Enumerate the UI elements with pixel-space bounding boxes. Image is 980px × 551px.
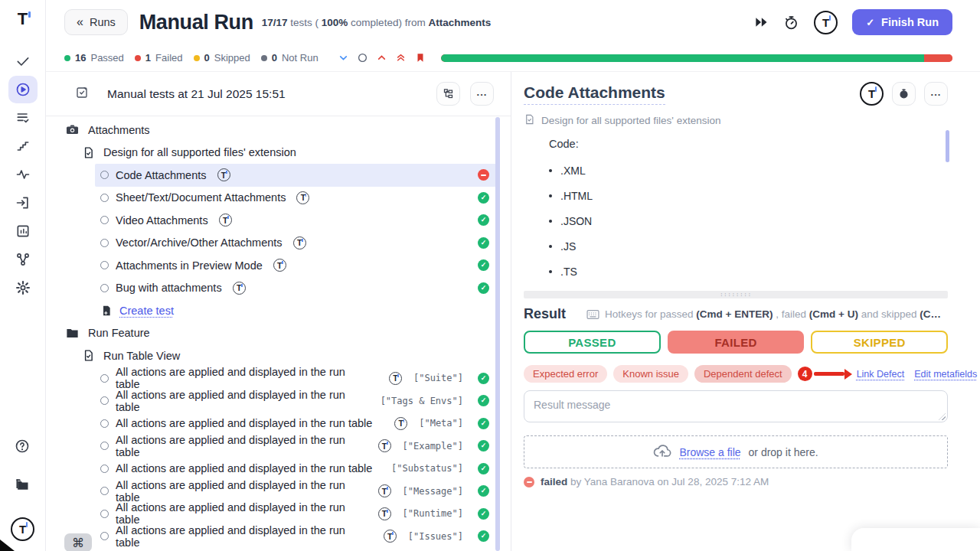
rail-item-run-play-icon[interactable] [8, 76, 38, 103]
tree-suite-row[interactable]: Run Feature [46, 322, 511, 345]
fast-forward-icon[interactable] [753, 15, 769, 30]
tree-test-row[interactable]: All actions are applied and displayed in… [95, 367, 500, 390]
test-label: Bug with attachments [116, 282, 222, 294]
tree-test-row[interactable]: All actions are applied and displayed in… [95, 435, 500, 458]
timer-button[interactable] [892, 82, 916, 106]
tag-pill-expected-error[interactable]: Expected error [524, 365, 607, 383]
create-test-row[interactable]: Create test [95, 299, 500, 322]
test-logo-icon: T [394, 417, 407, 430]
rail-item-branch-icon[interactable] [8, 246, 38, 273]
code-list-item: .HTML [549, 191, 948, 201]
count-passed[interactable]: 16Passed [64, 52, 124, 64]
double-chevron-left-icon: « [77, 15, 83, 29]
floating-widget[interactable] [851, 528, 980, 551]
run-checklist-icon [75, 86, 89, 103]
rail-item-report-chart-icon[interactable] [8, 217, 38, 245]
tree-test-row[interactable]: Video AttachmentsT✓ [95, 209, 500, 232]
tree-view-button[interactable] [436, 82, 460, 106]
account-logo-button[interactable]: T [8, 515, 38, 543]
annotation-number-badge: 4 [798, 367, 812, 381]
create-test-link[interactable]: Create test [119, 305, 174, 317]
tree-feature-row[interactable]: Design for all supported files' extensio… [46, 142, 511, 165]
account-avatar: T [11, 517, 34, 541]
browse-file-link[interactable]: Browse a file [679, 446, 740, 458]
detail-scrollbar-thumb[interactable] [946, 130, 949, 162]
test-bullet-icon [100, 532, 109, 540]
tree-test-row[interactable]: All actions are applied and displayed in… [95, 480, 500, 503]
detail-more-options-button[interactable]: ... [924, 82, 948, 106]
tree-scrollbar[interactable] [495, 117, 500, 551]
test-logo-icon: T [378, 507, 391, 520]
tree-test-row[interactable]: All actions are applied and displayed in… [95, 525, 500, 548]
passed-badge-icon: ✓ [478, 373, 489, 384]
test-logo-icon: T [378, 484, 391, 497]
failed-button[interactable]: FAILED [668, 331, 805, 354]
chevron-up-icon[interactable] [377, 53, 387, 63]
test-bullet-icon [100, 396, 109, 405]
count-failed[interactable]: 1Failed [135, 52, 183, 64]
test-logo-icon: T [273, 259, 286, 272]
finish-run-button[interactable]: ✓ Finish Run [852, 9, 952, 35]
tag-pill-dependent-defect[interactable]: Dependent defect [694, 365, 792, 383]
link-defect-link[interactable]: Link Defect [857, 369, 905, 380]
brand-logo-icon[interactable]: T [18, 11, 28, 28]
run-progress-bar [441, 54, 952, 62]
bookmark-icon[interactable] [415, 52, 426, 64]
cmd-key-badge[interactable]: ⌘ [64, 533, 92, 551]
test-description: Code: .XML.HTML.JSON.JS.TS [524, 138, 948, 276]
tree-test-row[interactable]: Sheet/Text/Document AttachmentsT✓ [95, 187, 500, 210]
edit-metafields-link[interactable]: Edit metafields [914, 369, 977, 380]
rail-item-pulse-icon[interactable] [8, 161, 38, 188]
rail-item-projects-folder-icon[interactable] [8, 471, 38, 498]
count-not-run[interactable]: 0Not Run [261, 52, 318, 64]
double-chevron-up-icon[interactable] [396, 53, 406, 63]
tree-test-row[interactable]: Attachments in Preview ModeT✓ [95, 254, 500, 277]
run-title: Manual tests at 21 Jul 2025 15:51 [107, 87, 286, 101]
rail-item-help-icon[interactable] [8, 432, 38, 460]
tree-feature-row[interactable]: Run Table View [46, 344, 511, 367]
status-dot [135, 55, 141, 61]
tutorial-annotation: 4 Link DefectEdit metafields [798, 367, 978, 381]
test-bullet-icon [100, 194, 109, 202]
file-dropzone[interactable]: Browse a file or drop it here. [524, 435, 948, 468]
suite-label: Attachments [88, 124, 150, 136]
passed-button[interactable]: PASSED [524, 331, 661, 354]
tree-test-row[interactable]: All actions are applied and displayed in… [95, 412, 500, 435]
test-tree: AttachmentsDesign for all supported file… [46, 116, 511, 548]
not-run-circle-icon[interactable] [358, 53, 368, 63]
back-to-runs-button[interactable]: « Runs [64, 9, 128, 35]
settings-gear-icon [15, 280, 31, 295]
tree-suite-row[interactable]: Attachments [46, 119, 511, 142]
app-window: T T « Runs Manual Run 17/17 tests ( 100%… [0, 0, 980, 551]
tree-test-row[interactable]: All actions are applied and displayed in… [95, 503, 500, 526]
collapse-chevron-down-icon[interactable] [338, 53, 348, 63]
timer-icon[interactable] [783, 15, 799, 31]
run-more-options-button[interactable]: ... [470, 82, 494, 106]
skipped-button[interactable]: SKIPPED [811, 331, 948, 354]
result-message-input[interactable] [524, 390, 948, 422]
test-bullet-icon [100, 442, 109, 450]
rail-item-check-icon[interactable] [8, 47, 38, 75]
user-avatar[interactable]: T [814, 11, 838, 34]
tree-test-row[interactable]: Code AttachmentsT [95, 164, 500, 187]
test-title[interactable]: Code Attachments [524, 83, 665, 105]
passed-badge-icon: ✓ [478, 237, 489, 249]
feature-name[interactable]: Design for all supported files' extensio… [541, 115, 720, 126]
tree-test-row[interactable]: All actions are applied and displayed in… [95, 458, 500, 481]
count-skipped[interactable]: 0Skipped [194, 52, 250, 64]
tree-test-row[interactable]: Bug with attachmentsT✓ [95, 277, 500, 300]
panel-resize-handle[interactable]: :::::::: [524, 291, 948, 298]
tree-test-row[interactable]: Vector/Archive/Other AttachmentsT✓ [95, 232, 500, 255]
tag-pill-known-issue[interactable]: Known issue [613, 365, 688, 383]
rail-item-steps-icon[interactable] [8, 132, 38, 160]
test-logo-icon: T [378, 439, 391, 452]
rail-item-import-icon[interactable] [8, 189, 38, 217]
tree-test-row[interactable]: All actions are applied and displayed in… [95, 390, 500, 412]
rail-item-settings-gear-icon[interactable] [8, 274, 38, 302]
assignee-avatar[interactable]: T [860, 82, 884, 106]
test-logo-icon: T [384, 530, 397, 543]
rail-item-test-list-icon[interactable] [8, 104, 38, 132]
result-tag-pills: Expected errorKnown issueDependent defec… [524, 365, 798, 383]
test-detail-panel: Code Attachments T ... Design for all su… [511, 72, 980, 551]
test-label: All actions are applied and displayed in… [116, 501, 361, 526]
